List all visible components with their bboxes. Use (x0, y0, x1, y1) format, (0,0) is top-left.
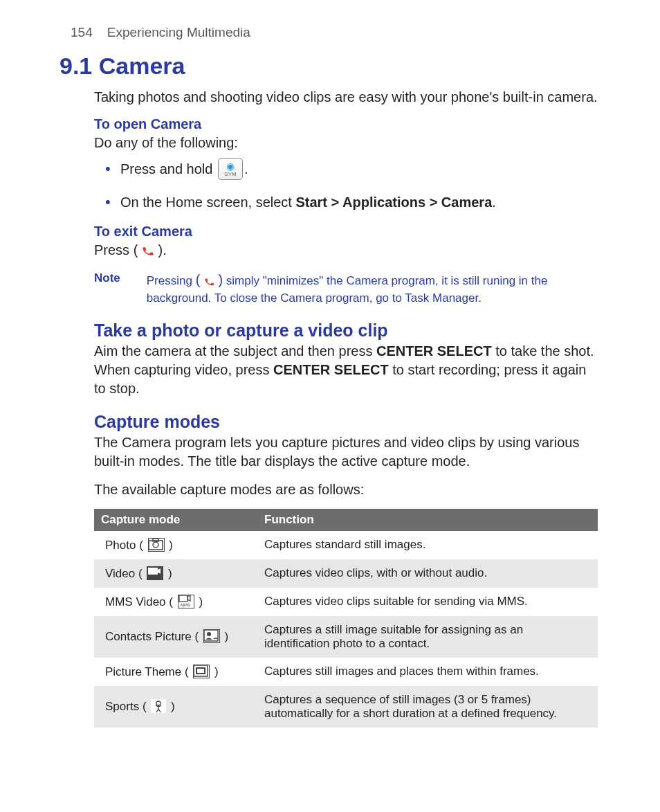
modes-paragraph-1: The Camera program lets you capture pict… (94, 433, 598, 471)
video-icon (147, 566, 163, 580)
bullet-text: On the Home screen, select (120, 195, 295, 210)
col-capture-mode: Capture mode (94, 509, 257, 531)
mode-cell: Sports ( ) (94, 686, 257, 728)
svg-rect-10 (197, 669, 204, 673)
function-cell: Captures still images and places them wi… (257, 658, 598, 686)
function-cell: Captures a still image suitable for assi… (257, 616, 598, 658)
svg-point-7 (207, 632, 211, 636)
exit-line: Press ( ). (94, 241, 598, 261)
function-cell: Captures a sequence of still images (3 o… (257, 686, 598, 728)
mode-name: Contacts Picture (105, 630, 192, 643)
mode-name: Sports (105, 700, 139, 713)
bullet-text-end: . (492, 195, 496, 210)
center-select-1: CENTER SELECT (376, 343, 492, 359)
contacts-picture-icon (203, 629, 220, 643)
bullet-item: Press and hold ◉ SYM . (102, 159, 598, 181)
call-end-icon (140, 242, 156, 262)
mode-cell: Video ( ) (94, 559, 257, 588)
note-block: Note Pressing ( ) simply "minimizes" the… (94, 271, 598, 307)
sym-label: SYM (224, 172, 236, 177)
table-row: Photo ( ) Captures standard still images… (94, 531, 598, 559)
svg-rect-3 (148, 568, 158, 575)
manual-page: 154 Experiencing Multimedia 9.1 Camera T… (0, 0, 660, 755)
mode-name: Photo (105, 539, 136, 552)
mode-cell: MMS Video ( MMS ) (94, 588, 257, 616)
note-label: Note (94, 271, 120, 307)
svg-rect-4 (179, 595, 187, 602)
sym-key-icon: ◉ SYM (218, 158, 243, 180)
mms-video-icon: MMS (178, 595, 194, 608)
svg-rect-1 (153, 539, 158, 541)
picture-theme-icon (193, 665, 210, 678)
table-row: Contacts Picture ( ) Captures a still im… (94, 616, 598, 658)
bullet-item: On the Home screen, select Start > Appli… (102, 192, 598, 213)
mode-cell: Contacts Picture ( ) (94, 616, 257, 658)
take-photo-paragraph: Aim the camera at the subject and then p… (94, 342, 598, 398)
exit-post: . (163, 242, 167, 258)
chapter-title: Experiencing Multimedia (107, 25, 250, 39)
table-row: Video ( ) Captures video clips, with or … (94, 559, 598, 588)
col-function: Function (257, 509, 598, 531)
svg-point-2 (153, 542, 158, 548)
modes-paragraph-2: The available capture modes are as follo… (94, 480, 598, 499)
take-photo-heading: Take a photo or capture a video clip (94, 321, 598, 341)
mode-cell: Photo ( ) (94, 531, 257, 559)
open-lead: Do any of the following: (94, 134, 598, 152)
mode-name: Video (105, 567, 135, 580)
table-row: MMS Video ( MMS ) Captures video clips s… (94, 588, 598, 616)
capture-modes-heading: Capture modes (94, 412, 598, 432)
exit-camera-heading: To exit Camera (94, 224, 598, 240)
svg-point-11 (156, 701, 161, 705)
bullet-text: Press and hold (120, 161, 217, 177)
mode-cell: Picture Theme ( ) (94, 658, 257, 686)
page-header: 154 Experiencing Multimedia (71, 25, 598, 40)
photo-icon (148, 538, 165, 552)
sports-icon (151, 699, 166, 713)
intro-paragraph: Taking photos and shooting video clips a… (94, 88, 598, 107)
note-pre: Pressing (147, 274, 196, 287)
table-row: Sports ( ) Captures a sequence of still … (94, 686, 598, 728)
table-header-row: Capture mode Function (94, 509, 598, 531)
mode-name: Picture Theme (105, 665, 181, 678)
page-number: 154 (71, 25, 93, 39)
section-heading: 9.1 Camera (59, 53, 598, 80)
note-text: Pressing ( ) simply "minimizes" the Came… (147, 271, 598, 307)
function-cell: Captures standard still images. (257, 531, 598, 559)
take-p1a: Aim the camera at the subject and then p… (94, 343, 376, 359)
center-select-2: CENTER SELECT (273, 362, 389, 377)
menu-path: Start > Applications > Camera (295, 195, 492, 210)
svg-text:MMS: MMS (181, 603, 190, 607)
open-camera-heading: To open Camera (94, 116, 598, 132)
capture-modes-table: Capture mode Function Photo ( ) Captures… (94, 509, 598, 728)
mode-name: MMS Video (105, 595, 166, 608)
bullet-text-end: . (244, 161, 248, 177)
table-row: Picture Theme ( ) Captures still images … (94, 658, 598, 686)
function-cell: Captures video clips, with or without au… (257, 559, 598, 588)
exit-pre: Press (94, 242, 134, 258)
function-cell: Captures video clips suitable for sendin… (257, 588, 598, 616)
